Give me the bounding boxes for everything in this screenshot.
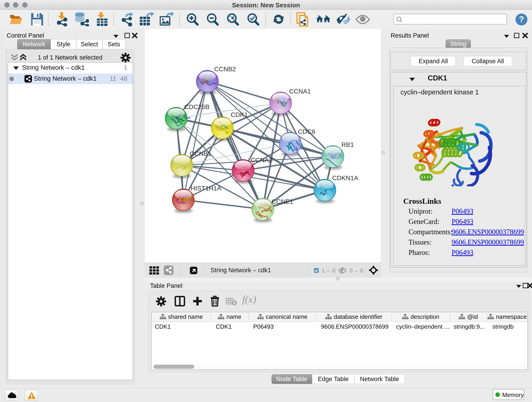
svg-text:CDC6: CDC6 — [298, 128, 315, 135]
svg-text:HIST1H1A: HIST1H1A — [191, 185, 221, 192]
svg-text:CDKN1A: CDKN1A — [332, 174, 358, 182]
svg-text:CDK1: CDK1 — [231, 111, 248, 118]
svg-text:CCNB2: CCNB2 — [214, 65, 236, 73]
svg-text:?: ? — [519, 15, 524, 24]
svg-text:CCNA1: CCNA1 — [289, 88, 311, 95]
svg-text:CDC25B: CDC25B — [184, 103, 209, 110]
svg-text:CCNE1: CCNE1 — [272, 198, 293, 205]
svg-text:CCNB1: CCNB1 — [190, 150, 211, 157]
svg-text:RB1: RB1 — [341, 141, 354, 148]
svg-text:CCNA2: CCNA2 — [251, 157, 272, 164]
